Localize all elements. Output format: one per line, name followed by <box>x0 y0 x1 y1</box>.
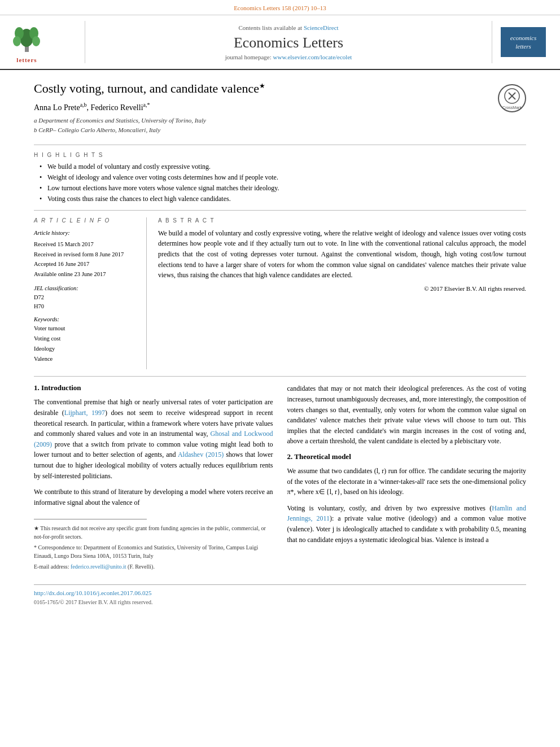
highlight-item-3: Low turnout elections have more voters w… <box>40 184 526 193</box>
lijphart-link[interactable]: Lijphart, 1997 <box>64 409 105 417</box>
aldashev-link[interactable]: Aldashev (2015) <box>178 451 224 458</box>
journal-homepage: journal homepage: www.elsevier.com/locat… <box>225 54 352 60</box>
crossmark-area: CrossMark <box>498 84 526 112</box>
body-right-para-3: Voting is voluntary, costly, and driven … <box>287 503 527 545</box>
crossmark-badge: CrossMark <box>498 84 526 112</box>
body-right-para-1: candidates that may or not match their i… <box>287 383 527 447</box>
footnote-divider <box>34 519 147 519</box>
article-title: Costly voting, turnout, and candidate va… <box>34 81 487 96</box>
footnote-2: * Correspondence to: Department of Econo… <box>34 543 273 560</box>
journal-title-area: Contents lists available at ScienceDirec… <box>85 21 492 63</box>
hamlin-link[interactable]: Hamlin and Jennings, 2011 <box>287 504 527 523</box>
ghosal-link[interactable]: Ghosal and Lockwood (2009) <box>34 430 273 448</box>
economics-letters-badge: economics letters <box>501 27 546 57</box>
divider-1 <box>34 145 526 145</box>
elsevier-text: letters <box>16 56 37 63</box>
abstract-text: We build a model of voluntary and costly… <box>158 228 526 281</box>
body-left-column: 1. Introduction The conventional premise… <box>34 383 273 573</box>
article-info-column: A R T I C L E I N F O Article history: R… <box>34 217 147 370</box>
footnote-3: E-mail address: federico.revelli@unito.i… <box>34 562 273 571</box>
doi-bar: http://dx.doi.org/10.1016/j.econlet.2017… <box>34 584 526 606</box>
body-content: 1. Introduction The conventional premise… <box>34 383 526 573</box>
article-title-row: Costly voting, turnout, and candidate va… <box>34 81 526 138</box>
footnote-1: ★ This research did not receive any spec… <box>34 524 273 541</box>
journal-badge-area: economics letters <box>498 21 549 63</box>
article-title-area: Costly voting, turnout, and candidate va… <box>34 81 487 138</box>
article-info-label: A R T I C L E I N F O <box>34 217 138 224</box>
sciencedirect-link[interactable]: ScienceDirect <box>304 24 339 31</box>
highlight-item-2: Weight of ideology and valence over voti… <box>40 173 526 182</box>
homepage-url[interactable]: www.elsevier.com/locate/ecolet <box>273 54 352 60</box>
info-abstract-row: A R T I C L E I N F O Article history: R… <box>34 217 526 370</box>
top-bar: Economics Letters 158 (2017) 10–13 <box>0 0 560 15</box>
issn-text: 0165-1765/© 2017 Elsevier B.V. All right… <box>34 599 152 605</box>
divider-2 <box>34 210 526 211</box>
affiliations: a Department of Economics and Statistics… <box>34 116 487 136</box>
body-right-column: candidates that may or not match their i… <box>287 383 527 573</box>
svg-point-4 <box>13 36 21 46</box>
highlight-item-1: We build a model of voluntary and costly… <box>40 163 526 171</box>
abstract-label: A B S T R A C T <box>158 217 526 224</box>
journal-header: letters Contents lists available at Scie… <box>0 15 560 70</box>
elsevier-logo: letters <box>11 21 42 63</box>
article-history: Article history: Received 15 March 2017 … <box>34 228 138 279</box>
elsevier-tree-icon <box>11 21 42 55</box>
jel-section: JEL classification: D72H70 <box>34 285 138 311</box>
divider-3 <box>34 376 526 377</box>
section2-heading: 2. Theoretical model <box>287 452 527 461</box>
keywords-section: Keywords: Voter turnout Voting cost Ideo… <box>34 316 138 364</box>
body-right-para-2: We assume that two candidates (l, r) run… <box>287 466 527 497</box>
body-para-1: The conventional premise that high or ne… <box>34 397 273 481</box>
section1-heading: 1. Introduction <box>34 383 273 392</box>
highlight-item-4: Voting costs thus raise the chances to e… <box>40 195 526 203</box>
authors-line: Anna Lo Pretea,b, Federico Revellia,* <box>34 102 487 112</box>
highlights-section: H I G H L I G H T S We build a model of … <box>34 152 526 203</box>
crossmark-icon <box>504 88 520 104</box>
doi-link[interactable]: http://dx.doi.org/10.1016/j.econlet.2017… <box>34 589 151 596</box>
journal-reference-link[interactable]: Economics Letters 158 (2017) 10–13 <box>234 5 326 11</box>
sciencedirect-notice: Contents lists available at ScienceDirec… <box>238 24 338 31</box>
main-content: Costly voting, turnout, and candidate va… <box>0 70 560 618</box>
svg-point-5 <box>32 36 40 46</box>
journal-title: Economics Letters <box>234 34 343 51</box>
email-link[interactable]: federico.revelli@unito.it <box>71 563 126 570</box>
highlights-list: We build a model of voluntary and costly… <box>34 163 526 203</box>
highlights-label: H I G H L I G H T S <box>34 152 526 158</box>
elsevier-logo-area: letters <box>11 21 79 63</box>
abstract-column: A B S T R A C T We build a model of volu… <box>158 217 526 370</box>
body-para-2: We contribute to this strand of literatu… <box>34 487 273 508</box>
copyright-notice: © 2017 Elsevier B.V. All rights reserved… <box>158 285 526 292</box>
